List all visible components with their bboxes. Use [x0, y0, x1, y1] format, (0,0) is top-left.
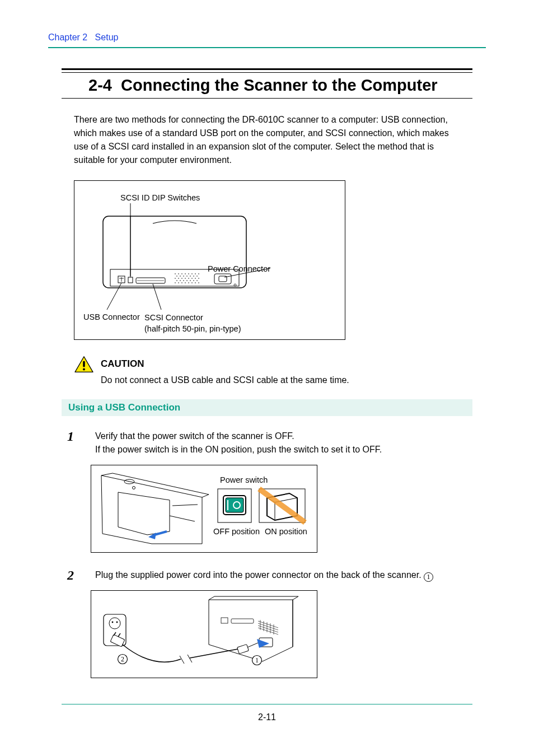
svg-rect-70: [221, 618, 228, 623]
step-1: 1 Verify that the power switch of the sc…: [62, 430, 472, 458]
step1-line2: If the power switch is in the ON positio…: [95, 443, 382, 457]
svg-point-87: [116, 621, 118, 623]
svg-line-90: [118, 633, 120, 637]
svg-point-86: [112, 621, 114, 623]
step2-text: Plug the supplied power cord into the po…: [95, 570, 424, 580]
step2-ref-1: 1: [424, 572, 433, 582]
step1-line1: Verify that the power switch of the scan…: [95, 430, 382, 444]
svg-marker-59: [148, 533, 156, 539]
chapter-title: Setup: [95, 32, 119, 42]
svg-rect-55: [83, 361, 85, 367]
svg-point-85: [109, 618, 120, 629]
power-cord-illustration: 1 2: [91, 591, 318, 679]
diagram1-leaders: [74, 181, 346, 340]
svg-point-56: [83, 368, 85, 370]
chapter-header: Chapter 2 Setup: [48, 32, 486, 43]
svg-line-61: [172, 505, 198, 506]
step-number-2: 2: [67, 568, 83, 582]
caution-text: Do not connect a USB cable and SCSI cabl…: [101, 374, 349, 387]
svg-point-58: [133, 487, 135, 489]
svg-rect-82: [237, 644, 249, 654]
section-number: 2-4: [88, 76, 112, 94]
svg-line-60: [170, 516, 195, 521]
header-rule: [48, 47, 486, 48]
section-heading: 2-4 Connecting the Scanner to the Comput…: [62, 68, 472, 99]
caution-block: CAUTION Do not connect a USB cable and S…: [62, 357, 472, 387]
step-number-1: 1: [67, 430, 83, 458]
step-2: 2 Plug the supplied power cord into the …: [62, 568, 472, 582]
svg-rect-71: [231, 619, 254, 623]
svg-text:1: 1: [255, 656, 259, 664]
power-switch-diagram: Power switch OFF position ON position: [91, 465, 317, 553]
page-number: 2-11: [0, 712, 534, 722]
intro-paragraph: There are two methods for connecting the…: [62, 113, 472, 167]
svg-line-51: [224, 268, 270, 277]
svg-line-53: [153, 284, 161, 310]
footer-rule: [62, 704, 472, 704]
caution-icon: [74, 356, 94, 374]
chapter-number: Chapter 2: [48, 32, 87, 42]
caution-title: CAUTION: [101, 357, 349, 371]
connector-diagram: SCSI ID DIP Switches Power Connector USB…: [74, 180, 345, 340]
section-title: Connecting the Scanner to the Computer: [121, 76, 438, 94]
power-cord-diagram: 1 2: [91, 590, 317, 678]
power-switch-illustration: [91, 465, 318, 553]
subsection-heading: Using a USB Connection: [62, 399, 472, 416]
svg-text:2: 2: [121, 655, 124, 663]
svg-line-52: [107, 283, 121, 310]
svg-line-92: [188, 655, 192, 662]
